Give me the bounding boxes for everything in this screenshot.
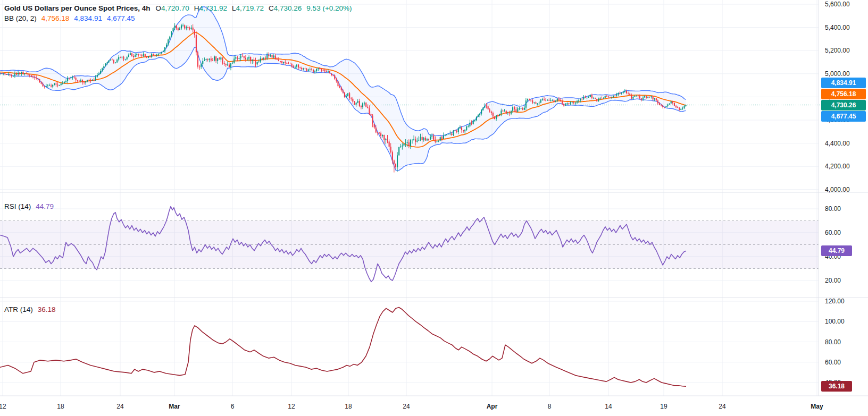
bb-upper-badge: 4,834.91 xyxy=(821,78,866,88)
last-price-badge: 4,730.26 xyxy=(821,100,866,111)
chart-canvas[interactable] xyxy=(0,0,868,416)
ohlc-open-label: O xyxy=(156,4,162,12)
time-axis-label: 18 xyxy=(57,402,64,411)
rsi-legend[interactable]: RSI (14)44.79 xyxy=(4,202,54,210)
time-axis-label: 24 xyxy=(403,402,410,411)
price-axis-label: 5,600.00 xyxy=(825,0,850,9)
ohlc-high-value: 4,731.92 xyxy=(199,4,227,12)
price-axis-label: 4,000.00 xyxy=(825,185,850,194)
time-axis-label: Apr xyxy=(487,402,498,411)
atr-indicator-label[interactable]: ATR (14) xyxy=(4,305,33,313)
ohlc-close-value: 4,730.26 xyxy=(274,4,302,12)
symbol-title[interactable]: Gold US Dollars per Ounce Spot Prices, 4… xyxy=(4,4,151,12)
time-axis-label: May xyxy=(811,402,823,411)
bb-lower-value: 4,677.45 xyxy=(107,14,135,22)
rsi-axis-label: 60.00 xyxy=(825,228,841,237)
rsi-axis-label: 20.00 xyxy=(825,276,841,285)
symbol-legend[interactable]: Gold US Dollars per Ounce Spot Prices, 4… xyxy=(4,3,352,23)
time-axis-label: 19 xyxy=(660,402,667,411)
atr-current-value: 36.18 xyxy=(38,305,56,313)
price-axis-label: 4,200.00 xyxy=(825,162,850,171)
bb-legend-row[interactable]: BB (20, 2)4,756.184,834.914,677.45 xyxy=(4,13,352,23)
atr-axis-label: 100.00 xyxy=(825,317,845,326)
rsi-value-badge: 44.79 xyxy=(821,245,852,256)
rsi-axis-label: 80.00 xyxy=(825,205,841,213)
ohlc-close-label: C xyxy=(269,4,274,12)
time-axis-label: 12 xyxy=(0,402,6,411)
time-axis-label: 18 xyxy=(345,402,352,411)
price-axis-label: 5,000.00 xyxy=(825,70,850,78)
time-axis-label: 8 xyxy=(548,402,552,411)
bb-upper-value: 4,834.91 xyxy=(74,14,102,22)
time-axis-label: 6 xyxy=(231,402,235,411)
price-axis-label: 5,400.00 xyxy=(825,23,850,32)
time-axis-label: 12 xyxy=(288,402,295,411)
rsi-indicator-label[interactable]: RSI (14) xyxy=(4,202,31,210)
price-axis-label: 4,400.00 xyxy=(825,139,850,148)
symbol-legend-row1: Gold US Dollars per Ounce Spot Prices, 4… xyxy=(4,3,352,13)
bb-basis-badge: 4,756.18 xyxy=(821,89,866,99)
price-axis-label: 5,200.00 xyxy=(825,46,850,55)
atr-axis-label: 120.00 xyxy=(825,297,845,305)
atr-axis-label: 80.00 xyxy=(825,338,841,346)
rsi-current-value: 44.79 xyxy=(36,202,54,210)
bb-indicator-label[interactable]: BB (20, 2) xyxy=(4,14,37,22)
time-axis-label: 24 xyxy=(719,402,725,411)
atr-value-badge: 36.18 xyxy=(821,381,852,392)
ohlc-high-label: H xyxy=(194,4,199,12)
time-axis-label: 14 xyxy=(605,402,612,411)
bb-lower-badge: 4,677.45 xyxy=(821,111,866,122)
ohlc-change-value: 9.53 (+0.20%) xyxy=(306,4,352,12)
atr-axis-label: 60.00 xyxy=(825,358,841,367)
ohlc-low-value: 4,719.72 xyxy=(236,4,264,12)
trading-chart-app: Gold US Dollars per Ounce Spot Prices, 4… xyxy=(0,0,868,416)
atr-legend[interactable]: ATR (14)36.18 xyxy=(4,305,56,313)
time-axis-label: Mar xyxy=(169,402,180,411)
bb-basis-value: 4,756.18 xyxy=(41,14,70,22)
ohlc-open-value: 4,720.70 xyxy=(161,4,189,12)
time-axis-label: 24 xyxy=(116,402,123,411)
